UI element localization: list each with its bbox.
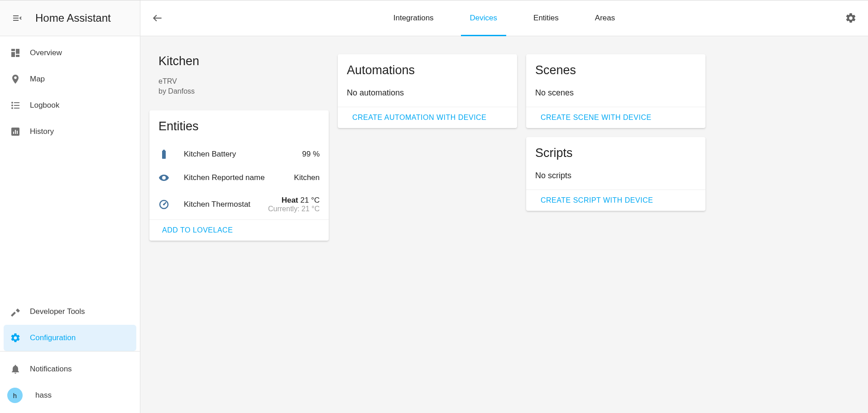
- entity-value: 99 %: [302, 150, 320, 159]
- entity-name: Kitchen Reported name: [176, 173, 294, 182]
- card-title: Automations: [347, 63, 508, 77]
- svg-rect-17: [17, 131, 18, 134]
- scripts-card: Scripts No scripts CREATE SCRIPT WITH DE…: [526, 137, 705, 211]
- gear-icon: [10, 332, 30, 343]
- svg-rect-9: [14, 102, 19, 103]
- svg-point-23: [163, 204, 165, 205]
- svg-rect-20: [163, 150, 165, 151]
- create-scene-button[interactable]: CREATE SCENE WITH DEVICE: [526, 107, 705, 128]
- entity-value: Heat 21 °C Currently: 21 °C: [268, 196, 320, 213]
- svg-rect-6: [16, 55, 19, 57]
- back-button[interactable]: [148, 8, 168, 28]
- card-header: Scenes: [526, 54, 705, 82]
- sidebar-item-label: Configuration: [30, 333, 76, 342]
- sidebar-item-label: Notifications: [30, 365, 72, 374]
- svg-rect-13: [14, 108, 19, 109]
- svg-point-21: [163, 177, 165, 179]
- topbar: Integrations Devices Entities Areas: [140, 0, 868, 36]
- svg-rect-19: [162, 151, 166, 159]
- user-name: hass: [35, 391, 52, 400]
- tab-entities[interactable]: Entities: [533, 0, 559, 36]
- entity-value: Kitchen: [294, 173, 320, 182]
- add-to-lovelace-button[interactable]: ADD TO LOVELACE: [149, 219, 329, 241]
- device-manufacturer-line: by Danfoss: [158, 86, 320, 96]
- device-header: Kitchen eTRV by Danfoss: [149, 54, 329, 101]
- sidebar-item-label: Developer Tools: [30, 307, 85, 316]
- card-title: Entities: [158, 119, 320, 133]
- user-account-row[interactable]: h hass: [0, 382, 140, 408]
- sidebar-item-label: Logbook: [30, 101, 59, 110]
- thermostat-current: Currently: 21 °C: [268, 205, 320, 213]
- sidebar: Home Assistant Overview Map Logbook: [0, 0, 140, 413]
- entity-name: Kitchen Battery: [176, 150, 302, 159]
- svg-rect-5: [16, 49, 19, 54]
- sidebar-item-overview[interactable]: Overview: [0, 40, 140, 66]
- svg-rect-15: [13, 132, 14, 134]
- card-header: Automations: [338, 54, 517, 82]
- sidebar-item-map[interactable]: Map: [0, 66, 140, 92]
- content: Kitchen eTRV by Danfoss Entities: [140, 36, 868, 413]
- create-automation-button[interactable]: CREATE AUTOMATION WITH DEVICE: [338, 107, 517, 128]
- sidebar-item-label: History: [30, 127, 54, 136]
- create-script-button[interactable]: CREATE SCRIPT WITH DEVICE: [526, 190, 705, 211]
- device-name: Kitchen: [158, 54, 320, 68]
- device-model-line: eTRV: [158, 76, 320, 86]
- arrow-left-icon: [152, 12, 163, 24]
- sidebar-nav: Overview Map Logbook History: [0, 36, 140, 351]
- entity-name: Kitchen Thermostat: [176, 200, 268, 209]
- column-scenes-scripts: Scenes No scenes CREATE SCENE WITH DEVIC…: [526, 54, 705, 211]
- thermostat-target: 21 °C: [300, 196, 320, 204]
- menu-toggle-button[interactable]: [7, 8, 27, 28]
- hammer-icon: [10, 306, 30, 317]
- tabs: Integrations Devices Entities Areas: [168, 0, 841, 36]
- eye-icon: [158, 172, 176, 183]
- settings-button[interactable]: [841, 8, 861, 28]
- svg-rect-11: [14, 105, 19, 106]
- tab-integrations[interactable]: Integrations: [393, 0, 434, 36]
- nav-spacer: [0, 145, 140, 299]
- thermostat-mode: Heat: [282, 196, 298, 204]
- tab-areas[interactable]: Areas: [595, 0, 615, 36]
- svg-rect-3: [11, 49, 15, 51]
- sidebar-item-label: Overview: [30, 48, 62, 57]
- sidebar-item-developer-tools[interactable]: Developer Tools: [0, 299, 140, 325]
- bell-icon: [10, 364, 30, 375]
- card-body: No automations: [338, 82, 517, 107]
- card-body: No scenes: [526, 82, 705, 107]
- svg-point-7: [14, 77, 17, 79]
- sidebar-bottom: Notifications h hass: [0, 351, 140, 413]
- card-title: Scenes: [535, 63, 696, 77]
- chart-icon: [10, 126, 30, 137]
- svg-rect-4: [11, 52, 15, 57]
- sidebar-header: Home Assistant: [0, 0, 140, 36]
- entity-row-thermostat[interactable]: Kitchen Thermostat Heat 21 °C Currently:…: [149, 190, 329, 219]
- avatar: h: [7, 388, 23, 403]
- menu-collapse-icon: [12, 13, 23, 24]
- svg-point-8: [11, 102, 13, 104]
- automations-card: Automations No automations CREATE AUTOMA…: [338, 54, 517, 128]
- tab-devices[interactable]: Devices: [470, 0, 497, 36]
- entity-row-battery[interactable]: Kitchen Battery 99 %: [149, 142, 329, 166]
- entities-card: Entities Kitchen Battery 99 %: [149, 110, 329, 241]
- entity-row-reported-name[interactable]: Kitchen Reported name Kitchen: [149, 166, 329, 190]
- card-header: Scripts: [526, 137, 705, 165]
- gear-icon: [845, 12, 857, 24]
- battery-icon: [158, 149, 176, 160]
- entities-list: Kitchen Battery 99 % Kitchen Reported na…: [149, 138, 329, 219]
- column-automations: Automations No automations CREATE AUTOMA…: [338, 54, 517, 128]
- card-title: Scripts: [535, 146, 696, 160]
- sidebar-item-notifications[interactable]: Notifications: [0, 356, 140, 382]
- sidebar-item-logbook[interactable]: Logbook: [0, 92, 140, 119]
- svg-rect-16: [15, 130, 16, 134]
- map-marker-icon: [10, 74, 30, 85]
- sidebar-item-history[interactable]: History: [0, 119, 140, 145]
- svg-point-10: [11, 104, 13, 106]
- device-model: eTRV by Danfoss: [158, 76, 320, 97]
- thermostat-icon: [158, 199, 176, 210]
- list-icon: [10, 100, 30, 111]
- card-body: No scripts: [526, 165, 705, 190]
- dashboard-icon: [10, 47, 30, 58]
- main: Integrations Devices Entities Areas Kitc…: [140, 0, 868, 413]
- app-title: Home Assistant: [35, 12, 111, 24]
- sidebar-item-configuration[interactable]: Configuration: [4, 325, 136, 351]
